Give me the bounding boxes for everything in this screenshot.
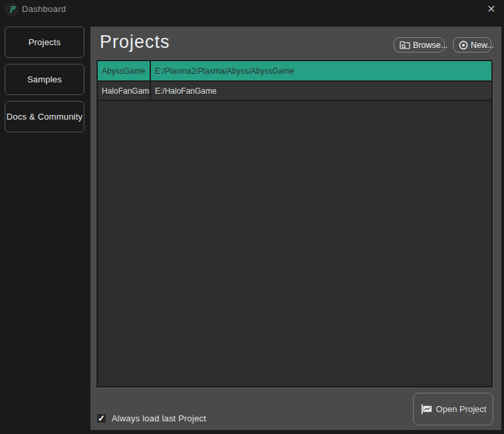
project-path: E:/Plasma2/Plasma/Abyss/AbyssGame — [151, 61, 491, 80]
new-button[interactable]: New... — [453, 37, 491, 53]
window-title: Dashboard — [22, 4, 66, 14]
sidebar-item-label: Samples — [27, 74, 62, 84]
table-row[interactable]: HaloFanGame E:/HaloFanGame — [98, 80, 491, 101]
checkbox[interactable]: ✓ — [96, 413, 106, 423]
project-document-icon — [420, 403, 433, 415]
always-load-checkbox-row[interactable]: ✓ Always load last Project — [96, 412, 206, 424]
projects-panel: Projects Browse... New... AbyssGame E:/P… — [90, 27, 501, 430]
sidebar-item-samples[interactable]: Samples — [5, 64, 84, 95]
browse-button[interactable]: Browse... — [394, 37, 445, 53]
open-project-label: Open Project — [436, 404, 487, 414]
projects-table: AbyssGame E:/Plasma2/Plasma/Abyss/AbyssG… — [96, 60, 493, 387]
checkbox-label: Always load last Project — [112, 413, 206, 423]
browse-button-label: Browse... — [413, 41, 447, 50]
titlebar: Dashboard ✕ — [0, 0, 504, 19]
project-name: AbyssGame — [98, 61, 150, 80]
folder-search-icon — [400, 41, 410, 50]
plasma-logo-icon — [5, 3, 19, 17]
sidebar-item-label: Projects — [29, 37, 61, 47]
open-project-button[interactable]: Open Project — [413, 393, 493, 425]
sidebar-item-docs-community[interactable]: Docs & Community — [5, 101, 84, 132]
table-row[interactable]: AbyssGame E:/Plasma2/Plasma/Abyss/AbyssG… — [98, 61, 491, 80]
project-name: HaloFanGame — [98, 82, 150, 100]
project-path: E:/HaloFanGame — [151, 82, 491, 100]
page-title: Projects — [100, 32, 170, 53]
sidebar-item-label: Docs & Community — [7, 112, 82, 122]
new-circle-dot-icon — [459, 41, 468, 50]
new-button-label: New... — [471, 41, 494, 50]
sidebar-item-projects[interactable]: Projects — [5, 27, 84, 58]
close-icon[interactable]: ✕ — [485, 3, 498, 16]
